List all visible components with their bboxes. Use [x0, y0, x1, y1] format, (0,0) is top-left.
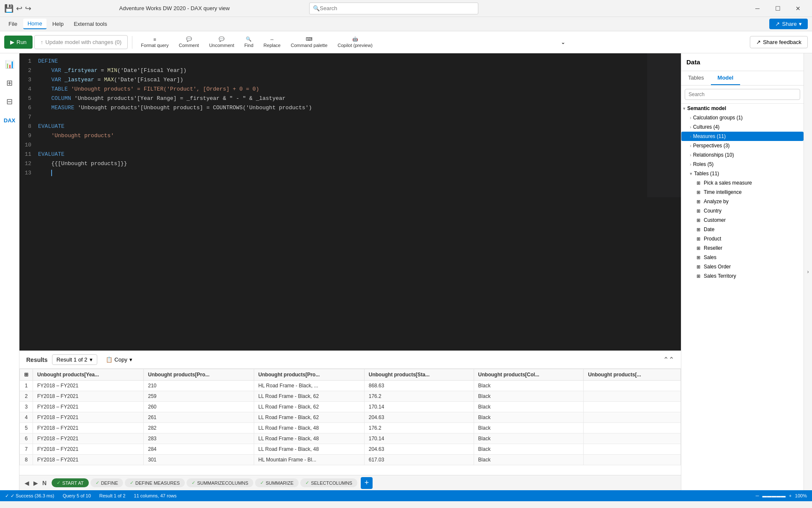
sidebar-icon-bar-chart[interactable]: 📊: [2, 57, 17, 72]
tree-item-semantic-model[interactable]: ▾ Semantic model: [681, 104, 804, 113]
tab-nav-n[interactable]: N: [41, 479, 48, 487]
table-cell: [584, 444, 681, 455]
tab-summarize[interactable]: ✓ SUMMARIZE: [255, 478, 299, 487]
tab-next-icon[interactable]: ▶: [32, 479, 40, 487]
tree-item-measures-(11)[interactable]: › Measures (11): [681, 132, 804, 141]
tree-item-pick-a-sales-measure[interactable]: ⊞ Pick a sales measure: [681, 178, 804, 188]
query-label: Query 5 of 10: [63, 493, 91, 498]
format-query-button[interactable]: ≡ Format query: [137, 35, 173, 50]
add-tab-button[interactable]: +: [361, 477, 373, 489]
table-cell: Black: [474, 423, 584, 433]
command-palette-button[interactable]: ⌨ Command palette: [286, 35, 332, 50]
share-feedback-button[interactable]: ↗ Share feedback: [750, 36, 808, 48]
tab-define[interactable]: ✓ DEFINE: [91, 478, 123, 487]
collapse-results-button[interactable]: ⌃⌃: [663, 356, 674, 364]
table-header-row: ⊞ Unbought products[Yea... Unbought prod…: [20, 369, 681, 381]
copy-button[interactable]: 📋 Copy ▾: [102, 355, 137, 364]
zoom-minus-icon[interactable]: ─: [756, 493, 759, 498]
line-number: 1: [19, 58, 36, 66]
col-header-4[interactable]: Unbought products[Col...: [474, 369, 584, 381]
tree-item-sales-order[interactable]: ⊞ Sales Order: [681, 262, 804, 271]
ribbon-more-button[interactable]: ⌄: [557, 37, 569, 47]
zoom-slider[interactable]: ▬▬▬▬▬: [762, 493, 785, 498]
tree-item-sales-territory[interactable]: ⊞ Sales Territory: [681, 271, 804, 281]
comment-button[interactable]: 💬 Comment: [175, 35, 203, 50]
search-bar[interactable]: 🔍: [309, 3, 478, 14]
close-button[interactable]: ✕: [788, 2, 808, 15]
tree-item-calculation-groups-(1)[interactable]: › Calculation groups (1): [681, 113, 804, 122]
tree-item-time-intelligence[interactable]: ⊞ Time intelligence: [681, 188, 804, 197]
tree-item-sales[interactable]: ⊞ Sales: [681, 253, 804, 262]
copilot-icon: 🤖: [352, 36, 358, 42]
menu-external-tools[interactable]: External tools: [69, 19, 111, 29]
tree-expand-icon: ▾: [683, 106, 686, 111]
tree-item-customer[interactable]: ⊞ Customer: [681, 215, 804, 225]
tree-item-country[interactable]: ⊞ Country: [681, 206, 804, 215]
rp-tab-tables[interactable]: Tables: [681, 71, 711, 85]
search-input[interactable]: [320, 5, 475, 11]
tree-label: Country: [704, 208, 721, 214]
result-selector[interactable]: Result 1 of 2 ▾: [52, 354, 97, 365]
undo-icon[interactable]: ↩: [16, 4, 22, 13]
tree-item-analyze-by[interactable]: ⊞ Analyze by: [681, 197, 804, 206]
tab-start-at[interactable]: ✓ START AT: [52, 478, 89, 487]
col-header-0[interactable]: Unbought products[Yea...: [33, 369, 144, 381]
restore-button[interactable]: ☐: [768, 2, 787, 15]
find-button[interactable]: 🔍 Find: [240, 35, 258, 50]
tab-define-check-icon: ✓: [96, 480, 99, 486]
line-number: 11: [19, 151, 36, 160]
results-tabs: ◀ ▶ N ✓ START AT ✓ DEFINE ✓ DEFINE MEASU…: [19, 475, 681, 490]
code-editor[interactable]: 1DEFINE2 VAR _firstyear = MIN('Date'[Fis…: [19, 53, 681, 351]
minimize-button[interactable]: ─: [748, 2, 767, 15]
line-number: 5: [19, 95, 36, 104]
right-panel-search-input[interactable]: [685, 89, 800, 100]
tree-item-date[interactable]: ⊞ Date: [681, 225, 804, 234]
col-header-2[interactable]: Unbought products[Pro...: [254, 369, 364, 381]
sidebar-icon-table[interactable]: ⊞: [2, 75, 17, 91]
save-area[interactable]: 💾 ↩ ↪: [4, 4, 31, 13]
col-header-1[interactable]: Unbought products[Pro...: [143, 369, 254, 381]
table-cell: Black: [474, 433, 584, 444]
col-header-5[interactable]: Unbought products[...: [584, 369, 681, 381]
status-columns: 11 columns, 47 rows: [134, 493, 177, 498]
save-icon[interactable]: 💾: [4, 4, 14, 13]
uncomment-button[interactable]: 💬 Uncomment: [205, 35, 238, 50]
redo-icon[interactable]: ↪: [25, 4, 31, 13]
menu-home[interactable]: Home: [23, 19, 47, 29]
col-header-3[interactable]: Unbought products[Sta...: [364, 369, 474, 381]
tab-nav-arrows[interactable]: ◀ ▶ N: [23, 479, 48, 487]
results-table-wrap[interactable]: ⊞ Unbought products[Yea... Unbought prod…: [19, 369, 681, 475]
tab-prev-icon[interactable]: ◀: [23, 479, 31, 487]
tree-item-reseller[interactable]: ⊞ Reseller: [681, 243, 804, 253]
tree-item-relationships-(10)[interactable]: › Relationships (10): [681, 150, 804, 160]
run-button[interactable]: ▶ Run: [4, 36, 33, 49]
tree-table-icon: ⊞: [697, 255, 700, 260]
title-bar: 💾 ↩ ↪ Adventure Works DW 2020 - DAX quer…: [0, 0, 812, 17]
window-controls[interactable]: ─ ☐ ✕: [748, 2, 808, 15]
menu-file[interactable]: File: [4, 19, 22, 29]
tree-item-perspectives-(3)[interactable]: › Perspectives (3): [681, 141, 804, 150]
table-cell: Black: [474, 391, 584, 402]
tab-define-measures[interactable]: ✓ DEFINE MEASURES: [125, 478, 185, 487]
sidebar-icon-dax[interactable]: DAX: [2, 113, 17, 128]
copilot-button[interactable]: 🤖 Copilot (preview): [333, 35, 377, 50]
tree-item-cultures-(4)[interactable]: › Cultures (4): [681, 122, 804, 132]
sidebar-icon-model[interactable]: ⊟: [2, 94, 17, 109]
tab-summarize-columns[interactable]: ✓ SUMMARIZECOLUMNS: [187, 478, 253, 487]
menu-help[interactable]: Help: [48, 19, 68, 29]
tree-item-roles-(5)[interactable]: › Roles (5): [681, 160, 804, 169]
success-label: ✓ Success (36.3 ms): [11, 493, 54, 499]
line-number: 4: [19, 86, 36, 94]
share-button[interactable]: ↗ Share ▾: [769, 19, 808, 29]
tree-item-tables-(11)[interactable]: ▾ Tables (11): [681, 169, 804, 178]
line-content: [36, 142, 681, 150]
tab-select-columns[interactable]: ✓ SELECTCOLUMNS: [300, 478, 357, 487]
zoom-plus-icon[interactable]: +: [789, 493, 791, 498]
right-panel-search[interactable]: [681, 86, 804, 104]
update-model-button[interactable]: ↑ Update model with changes (0): [34, 35, 128, 49]
right-panel-expander[interactable]: ›: [804, 53, 812, 490]
replace-button[interactable]: ↔ Replace: [259, 35, 285, 50]
table-cell: 170.14: [364, 433, 474, 444]
tree-item-product[interactable]: ⊞ Product: [681, 234, 804, 243]
rp-tab-model[interactable]: Model: [711, 71, 741, 85]
